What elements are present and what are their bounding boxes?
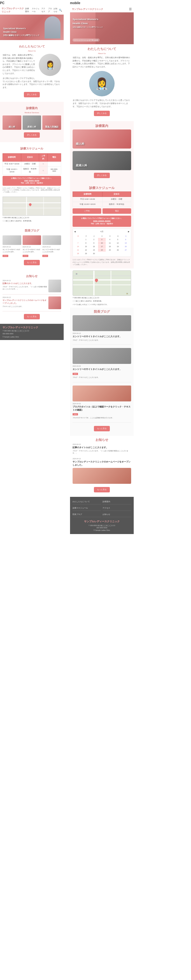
- mobile-schedule-section: 診療スケジュール 診療時間 定休日 平日 9:00〜18:00 水曜日・日曜 午…: [70, 183, 134, 269]
- schedule-row1-res: ○: [39, 161, 48, 166]
- clinic-card-3-label: 緊急入院施設: [42, 125, 61, 129]
- mobile-about-title: わたしたちについて: [73, 47, 131, 51]
- mobile-schedule-btns: ご予約 電話: [73, 208, 131, 214]
- pc-about-btn[interactable]: 詳しくみる: [24, 92, 40, 97]
- search-icon[interactable]: 🔍: [59, 9, 62, 12]
- mobile-blog-title: 院長ブログ: [73, 310, 131, 314]
- mobile-hero: Specialized Women's Health Clinic 女性の健康を…: [70, 13, 134, 44]
- pc-blog-btn[interactable]: もっと見る: [24, 260, 40, 265]
- pc-hero: Specialized Women's Health Clinic 女性の健康を…: [0, 14, 64, 40]
- pc-about-image: 👩‍⚕️: [39, 54, 61, 76]
- mobile-schedule-r1-closed: 水曜日・日曜: [102, 197, 131, 202]
- hamburger-icon[interactable]: ☰: [129, 7, 132, 11]
- pc-column: PC サンプルレディースクリニック 診療案内 スケジュール アクセス ブログ お…: [0, 0, 64, 534]
- blog-date-3: 2024-04-13: [42, 246, 61, 248]
- mobile-news-img-2: [73, 468, 131, 484]
- mobile-clinic-btn[interactable]: 詳しくみる: [94, 173, 110, 178]
- mobile-about-section: わたしたちについて About Us 当院では、女性・産婦人科を専門に、日常の婦…: [70, 44, 134, 121]
- news-img-2: [48, 296, 61, 309]
- mobile-news-date-2: 2024-04-13: [73, 458, 131, 460]
- pc-blog-grid: 2024-04-13 エントリーのタイトルがここに入ります。 ブログ 2024-…: [3, 235, 61, 257]
- mobile-clinic-label-1: 婦人科: [76, 142, 84, 146]
- pc-phone-box: お電話にてオンラインで予約フォームへご連絡ください。 000-0000-0000…: [3, 176, 61, 186]
- pc-news-btn[interactable]: もっと見る: [24, 314, 40, 319]
- mobile-footer-link-6[interactable]: お知らせ: [102, 512, 131, 517]
- blog-tag-1: ブログ: [3, 255, 8, 257]
- schedule-row2-time: 午後 13:00〜18:00: [3, 166, 21, 174]
- mobile-news-title: お知らせ: [73, 438, 131, 442]
- mobile-footer-link-2[interactable]: 診療案内: [102, 500, 131, 504]
- pc-nav: サンプルレディースクリニック 診療案内 スケジュール アクセス ブログ お知らせ…: [0, 6, 64, 14]
- mobile-phone-btn[interactable]: 電話: [102, 208, 131, 214]
- mobile-schedule-r1-time: 平日 9:00〜18:00: [73, 197, 102, 202]
- news-title-2[interactable]: サンプルレディースクリニックのホームページをオープンしました。: [3, 299, 47, 305]
- mobile-footer-link-1[interactable]: わたしたちについて: [73, 500, 101, 504]
- pc-map-address: 〒000-0000 東京都◯◯区◯◯1-2-3: [3, 216, 61, 219]
- pc-blog-title: 院長ブログ: [3, 226, 61, 234]
- mobile-blog-date-1: 2024-04-13: [73, 332, 131, 334]
- mobile-about-btn[interactable]: 詳しくみる: [94, 111, 110, 116]
- mobile-news-item-2: 2024-04-13 サンプルレディースクリニックのホームページをオープンしまし…: [73, 458, 131, 484]
- mobile-footer-phone: 000-0000-0000: [73, 527, 131, 529]
- mobile-about-image: 👩‍⚕️: [89, 71, 115, 96]
- news-item-1: 2024-04-13 記事のタイトルがここに入ります。 プログ・テキストがここに…: [3, 280, 61, 294]
- pc-footer-phone: 000-0000-0000: [3, 333, 61, 335]
- mobile-cal-next[interactable]: ▶: [128, 230, 130, 233]
- blog-card-3[interactable]: 2024-04-13 エントリーのタイトルがここに入ります。 ブログ: [42, 235, 61, 257]
- mobile-clinic-card-2[interactable]: 産婦人科: [73, 151, 131, 170]
- mobile-nav: サンプルレディースクリニック ☰: [70, 6, 134, 13]
- mobile-phone-note: お電話にてオンラインで予約フォームへご連絡ください。: [74, 217, 130, 219]
- nav-link-2[interactable]: スケジュール: [32, 7, 40, 13]
- mobile-cal-prev[interactable]: ◀: [74, 230, 76, 233]
- clinic-card-1[interactable]: 婦人科: [3, 116, 21, 130]
- mobile-blog-title-2[interactable]: エントリーのサイトタイトルがここに入ります。: [73, 368, 131, 371]
- mobile-footer-link-5[interactable]: 院長ブログ: [73, 512, 101, 517]
- pc-footer-copyright: © Sample Ladies Clinic: [3, 336, 61, 339]
- pc-clinic-title: 診療案内: [3, 104, 61, 111]
- nav-link-3[interactable]: アクセス: [41, 7, 47, 13]
- news-item-2: 2024-04-13 サンプルレディースクリニックのホームページをオープンしまし…: [3, 296, 61, 312]
- mobile-map-detail: バスでお越しの方は〇〇バス停より徒歩2分です。: [73, 304, 131, 306]
- mobile-label: mobile: [70, 0, 134, 6]
- pc-map-text: 〇〇線◯◯駅から徒歩5分。駐車場完備。: [3, 220, 61, 222]
- mobile-footer-link-3[interactable]: 診療スケジュール: [73, 506, 101, 511]
- mobile-blog-title-3[interactable]: ブログのタイトル（以上で確認マークをクリック・テキストの確認）: [73, 405, 131, 412]
- mobile-blog-title-1[interactable]: エントリーのサイトタイトルがここに入ります。: [73, 335, 131, 338]
- mobile-phone-box: お電話にてオンラインで予約フォームへご連絡ください。 000-0000-0000…: [73, 216, 131, 227]
- blog-card-1[interactable]: 2024-04-13 エントリーのタイトルがここに入ります。 ブログ: [3, 235, 21, 257]
- mobile-clinic-label-2: 産婦人科: [76, 164, 87, 168]
- clinic-card-3[interactable]: 緊急入院施設: [42, 116, 61, 130]
- mobile-footer-link-4[interactable]: アクセス: [102, 506, 131, 511]
- mobile-about-text2: また私たちはスタッフケアでも安心していただきたいと思っております。当院ではスタッ…: [73, 99, 131, 108]
- news-content-2: 2024-04-13 サンプルレディースクリニックのホームページをオープンしまし…: [3, 296, 47, 309]
- schedule-th-reservation: ご予約: [39, 153, 48, 161]
- clinic-card-2[interactable]: 産婦人科: [22, 116, 41, 130]
- mobile-reservation-btn[interactable]: ご予約: [73, 208, 101, 214]
- blog-card-2[interactable]: 2024-04-13 エントリーのタイトルがここに入ります。 ブログ: [22, 235, 41, 257]
- mobile-blog-item-1: 2024-04-13 エントリーのサイトタイトルがここに入ります。 プログ・テキ…: [73, 315, 131, 345]
- news-img-1: [48, 280, 61, 292]
- nav-link-5[interactable]: お知らせ: [54, 7, 59, 13]
- mobile-blog-img-3: [73, 385, 131, 401]
- cal-header-fri: 金: [114, 234, 122, 238]
- mobile-clinic-card-1[interactable]: 婦人科: [73, 129, 131, 148]
- mobile-news-btn[interactable]: もっと見る: [94, 487, 110, 492]
- mobile-news-title-2[interactable]: サンプルレディースクリニックのホームページをオープンしました。: [73, 460, 131, 467]
- nav-link-4[interactable]: ブログ: [48, 7, 52, 13]
- pc-map-box: [3, 197, 61, 216]
- nav-link-1[interactable]: 診療案内: [25, 7, 30, 13]
- blog-title-1: エントリーのタイトルがここに入ります。: [3, 248, 21, 253]
- mobile-blog-btn[interactable]: もっと見る: [94, 426, 110, 431]
- blog-title-3: エントリーのタイトルがここに入ります。: [42, 248, 61, 253]
- cal-header-sun: 日: [74, 234, 82, 238]
- pc-clinic-btn[interactable]: 詳しくみる: [24, 132, 40, 138]
- mobile-cal-grid: 日 月 火 水 木 金 土 1 2 3 4 5 6 7 8 9: [74, 234, 130, 255]
- mobile-cal-header: ◀ 4月 ▶: [74, 230, 130, 233]
- news-title-1[interactable]: 記事のタイトルがここに入ります。: [3, 282, 47, 285]
- mobile-clinic-section: 診療案内 婦人科 産婦人科 詳しくみる: [70, 121, 134, 183]
- mobile-hero-sub: 女性の健康をサポートする専門クリニック: [73, 26, 103, 28]
- mobile-news-text-1: プログ・テキストがここに入ります。「いっぱいの詳細の場合はここに入ります。」: [73, 450, 131, 455]
- mobile-blog-tag-3: NEW: [73, 413, 78, 415]
- blog-img-2: [22, 235, 41, 245]
- mobile-news-title-1[interactable]: 記事のタイトルがここに入ります。: [73, 446, 131, 449]
